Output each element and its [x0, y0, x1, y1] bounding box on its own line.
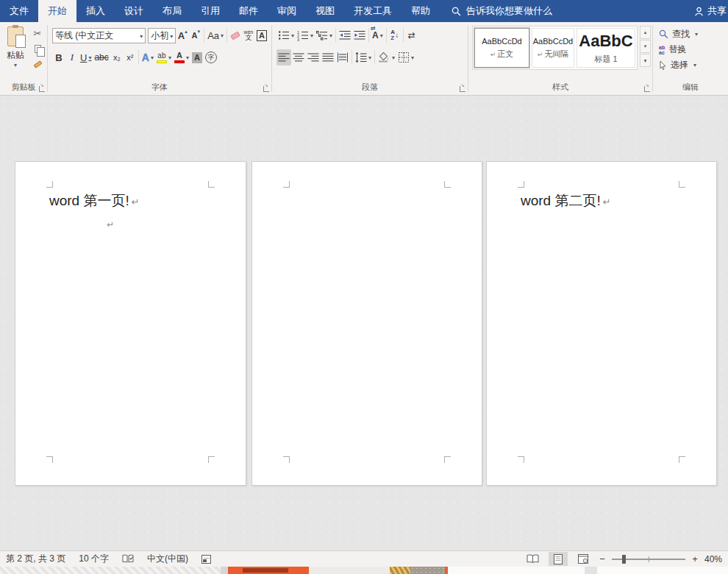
styles-group-label: 样式: [468, 82, 652, 93]
character-shading-button[interactable]: A: [190, 49, 204, 65]
distribute-button[interactable]: [335, 49, 350, 65]
print-layout-button[interactable]: [549, 552, 568, 566]
ribbon: 粘贴 ▾ 剪贴板 等线 (中文正文 小初 A▴ A▾ Aa wén文 A B I: [0, 22, 728, 96]
margin-mark-icon: [283, 181, 290, 188]
find-magnifier-icon: [659, 29, 668, 39]
clipboard-dialog-launcher[interactable]: [39, 86, 45, 92]
asian-layout-button[interactable]: A: [371, 27, 385, 43]
tab-references[interactable]: 引用: [191, 0, 229, 22]
shading-button[interactable]: [377, 49, 396, 65]
text-effects-button[interactable]: A: [140, 49, 155, 65]
sort-button[interactable]: AZ ↓: [388, 27, 402, 43]
tab-insert[interactable]: 插入: [76, 0, 115, 22]
styles-scroll-up[interactable]: ▴: [640, 26, 651, 39]
font-size-value: 小初: [151, 29, 168, 42]
margin-mark-icon: [46, 456, 53, 463]
underline-button[interactable]: U: [79, 49, 93, 65]
numbering-button[interactable]: 123: [296, 27, 315, 43]
show-hide-marks-button[interactable]: ⇄: [405, 27, 418, 43]
style-normal[interactable]: AaBbCcDd ↵正文: [474, 28, 529, 68]
tab-view[interactable]: 视图: [306, 0, 344, 22]
zoom-level[interactable]: 40%: [704, 554, 722, 564]
line-spacing-button[interactable]: [354, 49, 373, 65]
font-name-combobox[interactable]: 等线 (中文正文: [52, 28, 146, 43]
page-3[interactable]: word 第二页!↵: [486, 161, 717, 486]
change-case-button[interactable]: Aa: [206, 27, 225, 43]
eraser-icon: [230, 31, 240, 40]
find-button[interactable]: 查找: [659, 26, 728, 42]
proofing-status[interactable]: [122, 554, 134, 564]
web-layout-button[interactable]: [574, 552, 593, 566]
decrease-indent-button[interactable]: [338, 27, 352, 43]
styles-dialog-launcher[interactable]: [644, 86, 650, 92]
character-border-button[interactable]: A: [255, 27, 268, 43]
font-size-combobox[interactable]: 小初: [148, 28, 176, 43]
align-left-button[interactable]: [276, 49, 291, 65]
format-painter-button[interactable]: [31, 57, 44, 71]
font-dialog-launcher[interactable]: [263, 86, 269, 92]
tab-layout[interactable]: 布局: [153, 0, 191, 22]
enclose-characters-button[interactable]: 字: [204, 49, 218, 65]
overtype-status[interactable]: [201, 555, 211, 564]
tab-developer[interactable]: 开发工具: [344, 0, 402, 22]
borders-button[interactable]: [396, 49, 415, 65]
group-paragraph: 123 A AZ ↓ ⇄: [272, 22, 468, 95]
align-center-button[interactable]: [291, 49, 306, 65]
styles-more-button[interactable]: ▾: [640, 54, 651, 67]
zoom-out-button[interactable]: −: [599, 553, 606, 564]
select-button[interactable]: 选择: [659, 57, 728, 73]
tab-help[interactable]: 帮助: [402, 0, 440, 22]
subscript-button[interactable]: x₂: [110, 49, 124, 65]
page-2[interactable]: [251, 161, 482, 486]
page-1[interactable]: word 第一页!↵ ↵: [15, 161, 246, 486]
language-status[interactable]: 中文(中国): [147, 553, 188, 565]
zoom-slider[interactable]: [612, 559, 685, 560]
phonetic-icon: wén文: [244, 29, 254, 41]
style-heading1[interactable]: AaBbC 标题 1: [577, 28, 635, 68]
tab-design[interactable]: 设计: [115, 0, 153, 22]
person-icon: [694, 7, 704, 16]
italic-button[interactable]: I: [65, 49, 79, 65]
clear-formatting-button[interactable]: [229, 27, 242, 43]
font-color-button[interactable]: A: [173, 49, 190, 65]
bold-button[interactable]: B: [52, 49, 65, 65]
strikethrough-button[interactable]: abc: [93, 49, 110, 65]
paste-button[interactable]: 粘贴 ▾: [3, 26, 28, 79]
word-count[interactable]: 10 个字: [79, 553, 109, 565]
styles-scroll-down[interactable]: ▾: [640, 40, 651, 53]
paste-label: 粘贴: [7, 49, 24, 62]
tab-file[interactable]: 文件: [0, 0, 38, 22]
tell-me-search[interactable]: 告诉我你想要做什么: [452, 0, 552, 22]
borders-icon: [398, 52, 410, 63]
tab-home[interactable]: 开始: [38, 0, 76, 22]
sort-icon: AZ ↓: [390, 29, 399, 41]
style-no-spacing[interactable]: AaBbCcDd ↵无间隔: [532, 28, 574, 68]
superscript-button[interactable]: x²: [124, 49, 137, 65]
tab-review[interactable]: 审阅: [268, 0, 306, 22]
copy-button[interactable]: [31, 42, 44, 55]
multilevel-list-button[interactable]: [315, 27, 334, 43]
justify-button[interactable]: [321, 49, 335, 65]
align-right-button[interactable]: [306, 49, 321, 65]
group-styles: AaBbCcDd ↵正文 AaBbCcDd ↵无间隔 AaBbC 标题 1 ▴ …: [468, 22, 652, 95]
phonetic-guide-button[interactable]: wén文: [242, 27, 255, 43]
cut-button[interactable]: [31, 26, 44, 40]
increase-indent-button[interactable]: [352, 27, 367, 43]
read-mode-button[interactable]: [524, 552, 543, 566]
shrink-font-button[interactable]: A▾: [189, 27, 202, 43]
share-button[interactable]: 共享: [694, 0, 728, 22]
grow-font-button[interactable]: A▴: [176, 27, 189, 43]
tab-mailings[interactable]: 邮件: [229, 0, 268, 22]
print-layout-icon: [554, 554, 563, 564]
bullets-button[interactable]: [276, 27, 296, 43]
clipboard-icon: [7, 26, 24, 46]
text-highlight-button[interactable]: ab: [155, 49, 173, 65]
zoom-slider-thumb[interactable]: [622, 555, 626, 564]
zoom-in-button[interactable]: +: [691, 553, 699, 564]
editing-group-label: 编辑: [653, 82, 728, 93]
replace-button[interactable]: abac 替换: [659, 42, 728, 57]
page-indicator[interactable]: 第 2 页, 共 3 页: [6, 553, 65, 565]
replace-icon: abac: [659, 45, 665, 55]
paragraph-dialog-launcher[interactable]: [460, 86, 465, 92]
margin-mark-icon: [679, 456, 685, 463]
